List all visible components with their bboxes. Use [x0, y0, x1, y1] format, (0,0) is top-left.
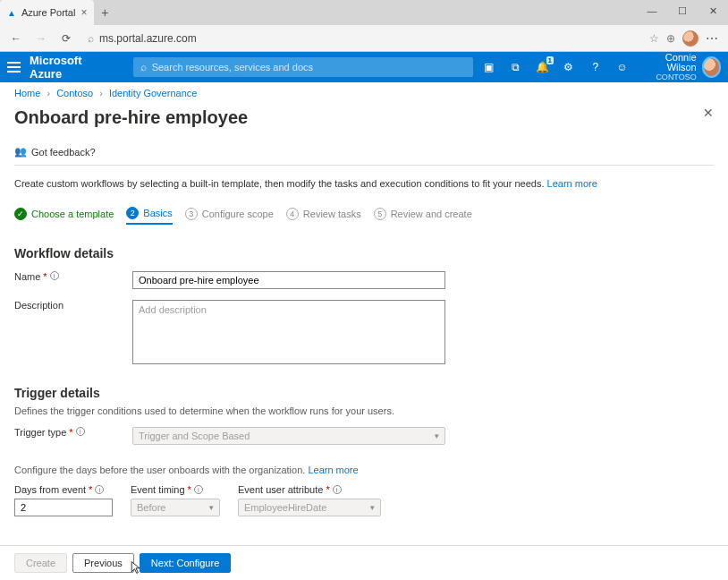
check-icon [14, 208, 27, 220]
breadcrumb-contoso[interactable]: Contoso [56, 88, 93, 98]
close-window-button[interactable]: ✕ [698, 0, 728, 21]
learn-more-link[interactable]: Learn more [308, 465, 358, 475]
azure-favicon-icon: ▲ [7, 8, 16, 18]
favorite-icon[interactable]: ☆ [649, 32, 659, 45]
help-icon[interactable]: ? [588, 59, 603, 75]
feedback-label: Got feedback? [31, 147, 96, 158]
step-label: Review tasks [303, 209, 361, 219]
new-tab-button[interactable]: + [94, 5, 115, 20]
info-icon[interactable]: i [76, 427, 85, 436]
close-blade-icon[interactable]: ✕ [703, 106, 714, 120]
global-search[interactable]: ⌕ [133, 57, 473, 77]
azure-top-bar: Microsoft Azure ⌕ ▣ ⧉ 🔔1 ⚙ ? ☺ Connie Wi… [0, 52, 728, 82]
step-label: Basics [143, 208, 172, 218]
select-value: Before [137, 502, 165, 513]
notifications-icon[interactable]: 🔔1 [535, 59, 549, 75]
event-timing-label: Event timing*i [131, 484, 220, 495]
url-field[interactable]: ⌕ ms.portal.azure.com [80, 29, 646, 48]
breadcrumb-identity-governance[interactable]: Identity Governance [109, 88, 197, 98]
wizard-footer: Create Previous Next: Configure [0, 545, 728, 580]
description-label: Description [14, 300, 132, 364]
refresh-button[interactable]: ⟳ [55, 28, 77, 49]
next-configure-button[interactable]: Next: Configure [140, 553, 231, 573]
page-title: Onboard pre-hire employee [14, 107, 714, 128]
trigger-details-heading: Trigger details [14, 386, 714, 400]
search-input[interactable] [152, 62, 466, 72]
intro-text: Create custom workflows by selecting a b… [14, 178, 714, 189]
search-icon: ⌕ [88, 32, 94, 45]
browser-chrome: ▲ Azure Portal × + — ☐ ✕ ← → ⟳ ⌕ ms.port… [0, 0, 728, 52]
directories-icon[interactable]: ⧉ [508, 59, 522, 75]
brand-title[interactable]: Microsoft Azure [30, 54, 103, 81]
workflow-name-input[interactable] [132, 271, 445, 289]
select-value: Trigger and Scope Based [139, 431, 250, 441]
workflow-description-input[interactable] [132, 300, 445, 364]
learn-more-link[interactable]: Learn more [547, 178, 597, 189]
info-icon[interactable]: i [194, 485, 203, 494]
hamburger-menu-icon[interactable] [7, 62, 21, 72]
user-avatar-icon [702, 56, 721, 78]
configure-days-hint: Configure the days before the user onboa… [14, 465, 714, 475]
step-basics[interactable]: 2 Basics [126, 207, 172, 225]
close-tab-icon[interactable]: × [80, 6, 87, 19]
create-button[interactable]: Create [14, 553, 67, 573]
browser-tab[interactable]: ▲ Azure Portal × [0, 0, 94, 25]
step-configure-scope[interactable]: 3 Configure scope [185, 208, 274, 224]
trigger-type-select[interactable]: Trigger and Scope Based ▾ [132, 427, 445, 445]
feedback-link[interactable]: Got feedback? [14, 146, 714, 166]
notification-badge: 1 [546, 56, 554, 64]
days-from-event-label: Days from event*i [14, 484, 113, 495]
event-user-attribute-label: Event user attribute*i [238, 484, 381, 495]
cloud-shell-icon[interactable]: ▣ [482, 59, 496, 75]
info-icon[interactable]: i [333, 485, 342, 494]
step-label: Choose a template [31, 209, 114, 219]
settings-icon[interactable]: ⚙ [562, 59, 576, 75]
info-icon[interactable]: i [50, 271, 59, 280]
url-text: ms.portal.azure.com [99, 32, 639, 45]
trigger-type-label: Trigger type*i [14, 427, 132, 445]
name-label: Name*i [14, 271, 132, 289]
previous-button[interactable]: Previous [72, 553, 134, 573]
info-icon[interactable]: i [95, 485, 104, 494]
step-number: 5 [374, 208, 386, 220]
chevron-down-icon: ▾ [435, 431, 439, 440]
back-button[interactable]: ← [5, 28, 27, 49]
profile-avatar-icon[interactable] [682, 30, 698, 47]
user-org: CONTOSO [641, 72, 696, 82]
step-number: 4 [286, 208, 299, 220]
step-number: 2 [126, 207, 139, 219]
step-number: 3 [185, 208, 198, 220]
step-choose-template[interactable]: Choose a template [14, 208, 114, 224]
page-body: Onboard pre-hire employee ✕ Got feedback… [0, 104, 728, 516]
select-value: EmployeeHireDate [244, 502, 326, 513]
address-bar: ← → ⟳ ⌕ ms.portal.azure.com ☆ ⊕ ⋯ [0, 25, 728, 52]
browser-menu-icon[interactable]: ⋯ [706, 31, 719, 46]
trigger-hint: Defines the trigger conditions used to d… [14, 405, 714, 416]
feedback-icon[interactable]: ☺ [615, 59, 630, 75]
user-menu[interactable]: Connie Wilson CONTOSO [641, 53, 721, 82]
search-icon: ⌕ [140, 61, 147, 73]
chevron-down-icon: ▾ [209, 503, 214, 512]
event-user-attribute-select[interactable]: EmployeeHireDate▾ [238, 499, 381, 516]
collections-icon[interactable]: ⊕ [666, 32, 675, 45]
user-name: Connie Wilson [641, 53, 696, 72]
tab-strip: ▲ Azure Portal × + — ☐ ✕ [0, 0, 728, 25]
minimize-button[interactable]: — [637, 0, 667, 21]
breadcrumb-home[interactable]: Home [14, 88, 40, 98]
window-controls: — ☐ ✕ [637, 0, 728, 21]
event-timing-select[interactable]: Before▾ [131, 499, 220, 516]
step-label: Configure scope [202, 209, 274, 219]
maximize-button[interactable]: ☐ [667, 0, 698, 21]
tab-title: Azure Portal [21, 7, 76, 18]
chevron-down-icon: ▾ [370, 503, 375, 512]
breadcrumb: Home › Contoso › Identity Governance [0, 82, 728, 104]
step-label: Review and create [391, 209, 472, 219]
workflow-details-heading: Workflow details [14, 246, 714, 260]
forward-button[interactable]: → [30, 28, 52, 49]
step-review-tasks[interactable]: 4 Review tasks [286, 208, 361, 224]
wizard-steps: Choose a template 2 Basics 3 Configure s… [14, 207, 714, 225]
days-from-event-input[interactable] [14, 499, 113, 516]
step-review-create[interactable]: 5 Review and create [374, 208, 472, 224]
intro-copy: Create custom workflows by selecting a b… [14, 178, 544, 189]
